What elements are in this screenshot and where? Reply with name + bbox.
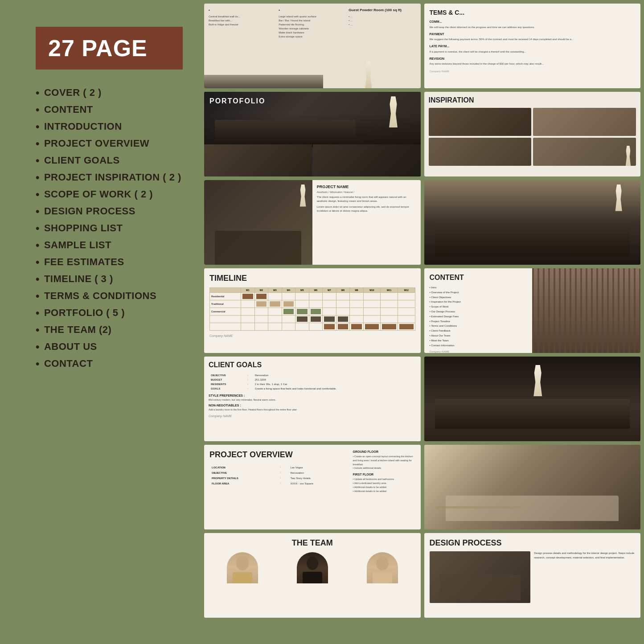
menu-item-content: CONTENT (36, 103, 183, 116)
po-row-floor-area: FLOOR AREA : XXXX - xxx Square (210, 481, 348, 486)
first-floor-item-3: Additional details to be added (353, 485, 415, 489)
tl-week-6: W6 (309, 288, 323, 293)
tl-week-10: W10 (363, 288, 381, 293)
content-item-inspiration: Inspiration for the Project (430, 299, 527, 304)
menu-item-design-process: DESIGN PROCESS (36, 205, 183, 217)
menu-item-contact: CONTACT (36, 357, 183, 370)
menu-item-portfolio: PORTFOLIO ( 5 ) (36, 307, 183, 319)
portfolio-bottom-images (204, 144, 421, 176)
slide-bedroom (424, 445, 641, 529)
portfolio-thumb-2 (313, 144, 421, 176)
slides-panel: • Central breakfast wall do...Breakfast … (201, 0, 644, 644)
ground-floor-item-2: Include additional details (353, 466, 415, 470)
page-badge: 27 PAGE (36, 27, 183, 70)
avatar-3-svg (367, 552, 398, 583)
svg-point-3 (307, 557, 318, 570)
menu-item-the-team: THE TEAM (2) (36, 324, 183, 336)
tl-header-label (210, 288, 241, 293)
team-avatar-3 (367, 552, 398, 583)
sofa-detail (215, 231, 301, 265)
project-name-label: PROJECT NAME (317, 185, 416, 189)
slide-timeline: TIMELINE W1 W2 W3 W4 W5 W6 W7 W8 W9 W10 … (204, 268, 421, 353)
cg-row-goals: GOALS : Create a living space that feels… (209, 387, 415, 390)
design-process-content: Design process details and methodology f… (430, 551, 636, 603)
tl-week-2: W2 (254, 288, 268, 293)
dark-room-vase (532, 365, 543, 396)
content-item-intro: Intro (430, 285, 527, 290)
slide-project-name-detail: PROJECT NAME Aesthetic / Minimalist / Na… (204, 180, 421, 265)
first-floor-list: Update all bedrooms and bathrooms Add a … (353, 477, 415, 493)
dark-room-sofa (435, 399, 630, 429)
dp-sofa (439, 574, 520, 600)
content-page-title: CONTENT (430, 274, 527, 282)
po-row-property: PROPERTY DETAILS : Two Story Hotels (210, 476, 348, 480)
slide-col-2: • Large island with quartz surfaceBar / … (279, 8, 346, 84)
project-overview-title: PROJECT OVERVIEW (209, 450, 349, 460)
tl-week-8: W8 (336, 288, 350, 293)
ground-floor-title: GROUND FLOOR (353, 450, 415, 453)
insp-img-2 (533, 108, 636, 136)
po-row-location: LOCATION : Las Vegas (210, 465, 348, 470)
client-goals-table: OBJECTIVE : Renovation BUDGET : 251.3208… (209, 373, 416, 391)
team-avatar-1 (227, 552, 258, 583)
non-neg-title: NON-NEGOTIABLES : (209, 404, 416, 407)
content-side-image (532, 268, 640, 353)
cg-row-objective: OBJECTIVE : Renovation (209, 373, 415, 377)
project-aesthetic: Aesthetic / Minimalist / Natural / (317, 191, 416, 193)
style-pref-body: Mid-century modern, but very minimalist.… (209, 398, 416, 402)
slide-col-1: • Central breakfast wall do...Breakfast … (209, 8, 276, 84)
tl-week-7: W7 (323, 288, 336, 293)
inspiration-title: INSPIRATION (429, 96, 636, 104)
first-floor-item-4: Additional details to be added (353, 489, 415, 493)
sofa-shape (215, 120, 356, 145)
design-process-text: Design process details and methodology f… (534, 551, 635, 603)
slide-terms: TEMS & C... COMM... We will keep the cli… (424, 4, 641, 88)
tl-row-commercial: Commercial (210, 308, 415, 316)
menu-item-timeline: TIMELINE ( 3 ) (36, 273, 183, 285)
portfolio-label: PORTOFOLIO (209, 97, 265, 105)
content-item-meet: Meet the Team (430, 338, 527, 343)
insp-vase (625, 146, 632, 166)
timeline-title: TIMELINE (209, 274, 415, 283)
content-item-design: Our Design Process (430, 309, 527, 314)
menu-item-client-goals: CLIENT GOALS (36, 154, 183, 167)
content-item-overview: Overview of the Project (430, 290, 527, 295)
tl-week-1: W1 (241, 288, 255, 293)
content-item-feedback: Client Feedback (430, 328, 527, 333)
project-overview-table: LOCATION : Las Vegas OBJECTIVE : Renovat… (209, 464, 349, 487)
menu-list: COVER ( 2 ) CONTENT INTRODUCTION PROJECT… (36, 86, 183, 370)
project-description-1: The client requests a minimalist living … (317, 195, 416, 203)
project-detail-image (204, 180, 312, 265)
slide-interior-image (424, 180, 641, 265)
slide-inspiration: INSPIRATION (424, 92, 641, 176)
terms-body: COMM... We will keep the client informed… (430, 20, 636, 74)
client-goals-title: CLIENT GOALS (209, 361, 416, 369)
tl-week-11: W11 (381, 288, 398, 293)
portfolio-thumb-1 (204, 144, 312, 176)
ground-floor-list: Create an open-concept layout connecting… (353, 455, 415, 470)
menu-item-shopping-list: SHOPPING LIST (36, 222, 183, 234)
insp-img-3 (429, 138, 532, 166)
content-item-terms: Terms and Conditions (430, 324, 527, 328)
menu-item-introduction: INTRODUCTION (36, 120, 183, 133)
project-overview-right: GROUND FLOOR Create an open-concept layo… (353, 450, 415, 524)
project-detail-text: PROJECT NAME Aesthetic / Minimalist / Na… (312, 180, 421, 265)
ground-floor-item-1: Create an open-concept layout connecting… (353, 455, 415, 466)
menu-item-scope-of-work: SCOPE OF WORK ( 2 ) (36, 188, 183, 201)
non-neg-body: Add a laundry room to the first floor; H… (209, 408, 416, 411)
first-floor-item-1: Update all bedrooms and bathrooms (353, 477, 415, 481)
team-member-3 (349, 552, 415, 604)
svg-rect-2 (233, 572, 252, 583)
content-item-objectives: Client Objectives (430, 295, 527, 300)
inspiration-grid (429, 108, 636, 166)
slide-portfolio: PORTOFOLIO (204, 92, 421, 176)
tl-week-3: W3 (268, 288, 282, 293)
tl-row-residential: Residential (210, 293, 415, 300)
design-process-title: DESIGN PROCESS (430, 538, 636, 548)
slide-content-page: CONTENT Intro Overview of the Project Cl… (424, 268, 641, 353)
cg-row-budget: BUDGET : 251.3208 (209, 378, 415, 381)
tl-row-extra2 (210, 323, 415, 331)
tl-week-9: W9 (350, 288, 364, 293)
avatar-1-svg (227, 552, 258, 583)
team-title: THE TEAM (209, 538, 415, 548)
